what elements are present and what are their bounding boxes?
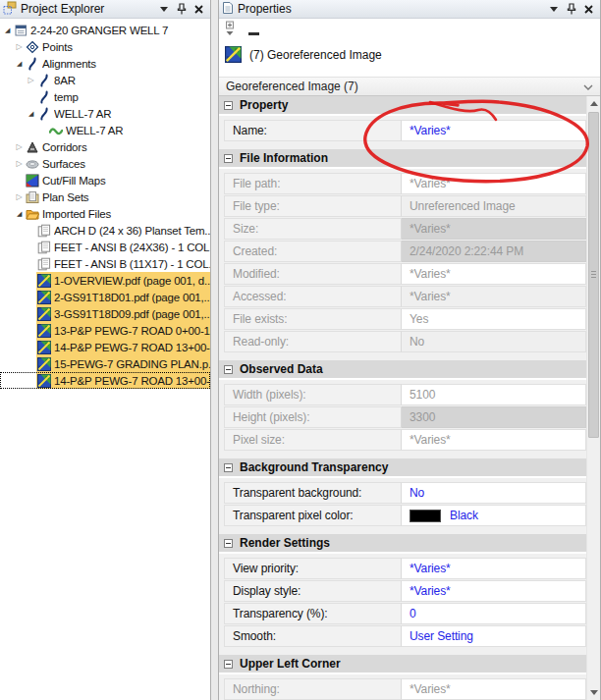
- property-value[interactable]: No: [402, 482, 586, 504]
- tree-item-content[interactable]: 13-P&P PEWG-7 ROAD 0+00-1...: [36, 322, 210, 339]
- tree-item[interactable]: FEET - ANSI B (11X17) - 1 COL...: [0, 255, 210, 272]
- tree-item[interactable]: ◢Alignments: [0, 55, 210, 72]
- property-label: Display style:: [224, 580, 402, 602]
- property-row: Smooth:User Setting: [224, 625, 586, 647]
- property-value: *Varies*: [402, 263, 586, 285]
- tree-item-content[interactable]: Cut/Fill Maps: [25, 172, 210, 188]
- tree-item-content[interactable]: ARCH D (24 x 36) Planset Tem...: [36, 222, 210, 239]
- collapse-icon[interactable]: [224, 154, 233, 163]
- property-value: Unreferenced Image: [402, 195, 586, 217]
- tree-item-label: 2-24-20 GRANGER WELL 7: [30, 25, 169, 36]
- tree-item-content[interactable]: Surfaces: [25, 155, 210, 172]
- tree-item[interactable]: 2-GS91T18D01.pdf (page 001,...: [0, 289, 210, 305]
- tree-item[interactable]: ▷Surfaces: [0, 155, 210, 172]
- chevron-down-icon[interactable]: [545, 2, 562, 17]
- tree-item-content[interactable]: 15-PEWG-7 GRADING PLAN.p...: [36, 355, 210, 372]
- alignment-icon: [36, 90, 51, 104]
- property-value[interactable]: User Setting: [402, 625, 586, 647]
- tree-item[interactable]: 14-P&P PEWG-7 ROAD 13+00-...: [0, 372, 210, 389]
- collapse-icon[interactable]: [224, 365, 233, 374]
- tree-item-content[interactable]: 3-GS91T18D09.pdf (page 001,...: [36, 305, 210, 322]
- vertical-scrollbar[interactable]: [586, 96, 600, 700]
- collapse-icon[interactable]: [224, 101, 233, 110]
- tree-item[interactable]: ◢2-24-20 GRANGER WELL 7: [0, 22, 210, 38]
- collapse-icon[interactable]: [224, 539, 233, 548]
- property-value[interactable]: *Varies*: [402, 120, 586, 141]
- property-value[interactable]: *Varies*: [402, 580, 586, 602]
- property-label: Created:: [224, 241, 402, 262]
- tree-item[interactable]: 14-P&P PEWG-7 ROAD 13+00-...: [0, 339, 210, 355]
- tree-item-content[interactable]: 2-24-20 GRANGER WELL 7: [13, 22, 210, 38]
- tree-item[interactable]: ▷8AR: [0, 72, 210, 88]
- scroll-up-icon[interactable]: [587, 96, 600, 111]
- tree-item[interactable]: ◢WELL-7 AR: [0, 105, 210, 122]
- tree-item-content[interactable]: Corridors: [25, 138, 210, 155]
- collapse-icon[interactable]: [224, 463, 233, 472]
- section-header[interactable]: Property: [219, 96, 586, 116]
- tree-item-content[interactable]: Plan Sets: [25, 188, 210, 205]
- pin-icon[interactable]: [173, 2, 190, 17]
- collapse-icon[interactable]: [224, 660, 233, 669]
- section-title: Upper Left Corner: [240, 657, 341, 671]
- alignment-icon: [36, 107, 51, 121]
- property-value[interactable]: 0: [402, 603, 586, 624]
- tree-item-content[interactable]: 14-P&P PEWG-7 ROAD 13+00-...: [36, 372, 210, 389]
- expander-icon[interactable]: ▷: [14, 188, 25, 205]
- tree-item-content[interactable]: Alignments: [25, 55, 210, 72]
- tree-item-content[interactable]: Points: [25, 38, 210, 55]
- expander-icon[interactable]: ▷: [26, 72, 36, 88]
- tree-item-content[interactable]: FEET - ANSI B (24X36) - 1 COL...: [36, 239, 210, 255]
- tree-item[interactable]: temp: [0, 88, 210, 105]
- section-header[interactable]: File Information: [219, 149, 586, 169]
- tree-item[interactable]: FEET - ANSI B (24X36) - 1 COL...: [0, 239, 210, 255]
- section-title: Render Settings: [240, 536, 330, 550]
- tree-item-content[interactable]: Imported Files: [25, 205, 210, 222]
- expander-icon[interactable]: ▷: [14, 138, 25, 155]
- tree-item-content[interactable]: WELL-7 AR: [48, 122, 210, 138]
- tree-item-content[interactable]: 14-P&P PEWG-7 ROAD 13+00-...: [36, 339, 210, 355]
- tree-item-content[interactable]: 8AR: [36, 72, 210, 88]
- expander-icon[interactable]: ◢: [14, 55, 25, 72]
- scroll-down-icon[interactable]: [587, 685, 600, 700]
- tree-item[interactable]: ARCH D (24 x 36) Planset Tem...: [0, 222, 210, 239]
- section-header[interactable]: Render Settings: [219, 534, 586, 554]
- tree-item[interactable]: ▷Corridors: [0, 138, 210, 155]
- section-title: File Information: [240, 151, 328, 165]
- expander-icon[interactable]: ◢: [26, 105, 36, 122]
- expander-icon[interactable]: ◢: [2, 22, 13, 38]
- expander-icon[interactable]: ◢: [14, 205, 25, 222]
- tree-item[interactable]: ▷Points: [0, 38, 210, 55]
- combo-chevron-icon[interactable]: [583, 80, 593, 93]
- tree-item-content[interactable]: FEET - ANSI B (11X17) - 1 COL...: [36, 255, 210, 272]
- tree-item[interactable]: WELL-7 AR: [0, 122, 210, 138]
- color-swatch[interactable]: [410, 510, 441, 522]
- tree-item[interactable]: ◢Imported Files: [0, 205, 210, 222]
- toolbar-grip[interactable]: [248, 32, 259, 35]
- tree-item[interactable]: 15-PEWG-7 GRADING PLAN.p...: [0, 355, 210, 372]
- tree-item-content[interactable]: temp: [36, 88, 210, 105]
- section-header[interactable]: Observed Data: [219, 360, 586, 380]
- expander-icon[interactable]: ▷: [14, 38, 25, 55]
- close-icon[interactable]: [580, 2, 597, 17]
- object-type-selector[interactable]: Georeferenced Image (7): [219, 77, 600, 96]
- close-icon[interactable]: [191, 2, 207, 17]
- tree-item-content[interactable]: 2-GS91T18D01.pdf (page 001,...: [36, 289, 210, 305]
- chevron-down-icon[interactable]: [155, 2, 172, 17]
- tree-item[interactable]: 3-GS91T18D09.pdf (page 001,...: [0, 305, 210, 322]
- pin-widget-icon[interactable]: [224, 21, 236, 41]
- tree-item[interactable]: Cut/Fill Maps: [0, 172, 210, 188]
- expander-icon[interactable]: ▷: [14, 155, 25, 172]
- tree-item-content[interactable]: 1-OVERVIEW.pdf (page 001, d...: [36, 272, 210, 289]
- points-icon: [25, 40, 39, 54]
- property-value[interactable]: *Varies*: [402, 558, 586, 579]
- section-header[interactable]: Background Transparency: [219, 458, 586, 478]
- tree-item[interactable]: 13-P&P PEWG-7 ROAD 0+00-1...: [0, 322, 210, 339]
- property-value[interactable]: Black: [402, 505, 586, 526]
- tree-item[interactable]: 1-OVERVIEW.pdf (page 001, d...: [0, 272, 210, 289]
- tree-item-content[interactable]: WELL-7 AR: [36, 105, 210, 122]
- section-header[interactable]: Upper Left Corner: [219, 655, 586, 674]
- pin-icon[interactable]: [563, 2, 579, 17]
- tree-item[interactable]: ▷Plan Sets: [0, 188, 210, 205]
- scrollbar-thumb[interactable]: [588, 112, 599, 438]
- project-explorer-icon: [3, 1, 17, 18]
